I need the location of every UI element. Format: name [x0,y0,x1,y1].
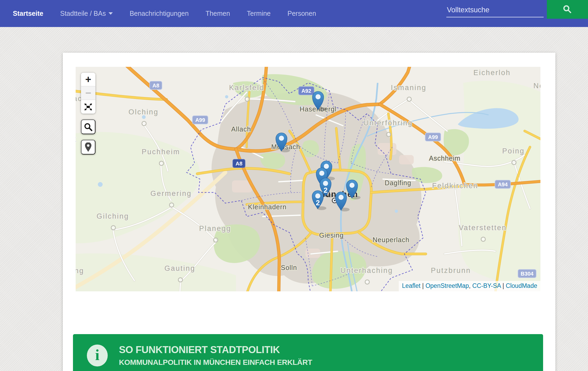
attribution-separator: | [501,282,506,289]
fullscreen-icon [84,103,92,111]
attribution-link[interactable]: CloudMade [506,282,537,289]
map-label: Gauting [164,264,195,272]
map-label: Fürstenfeldbruck [76,135,77,143]
road-shield: A8 [150,81,162,90]
nav-item-label: Startseite [13,10,43,17]
map-label: Weßling [76,267,84,275]
svg-text:A94: A94 [498,181,508,187]
map-label: Planegg [199,225,231,233]
zoom-in-button[interactable]: + [81,73,95,86]
road-shield: A94 [495,180,510,188]
map-attribution: Leaflet | OpenStreetMap, CC-BY-SA | Clou… [399,281,540,291]
map-pin-icon [84,142,92,152]
nav-item-stadtteile-bas[interactable]: Stadtteile / BAs [60,10,113,17]
search-input[interactable] [446,4,544,17]
svg-text:B304: B304 [521,271,534,277]
svg-text:A8: A8 [152,83,159,88]
road-shield: A99 [425,133,441,141]
road-shield: A92 [299,87,314,95]
content-card: KarlsfeldIsmaningEicherlohNeOlchingAllac… [63,53,555,371]
map-label: Aschheim [429,154,461,162]
attribution-link[interactable]: CC-BY-SA [472,282,501,289]
attribution-separator: , [469,282,472,289]
map-label: Poing [502,147,525,155]
map-label: Eicherloh [473,69,511,77]
map-label: Unterföhring [363,119,413,127]
map-label: Feldkirchen [432,182,478,190]
info-icon: i [87,345,108,366]
banner-title: SO FUNKTIONIERT STADTPOLITIK [119,344,312,356]
nav-item-label: Benachrichtigungen [130,10,189,17]
road-shield: A99 [192,116,208,124]
navbar: StartseiteStadtteile / BAsBenachrichtigu… [0,0,588,27]
nav-item-label: Themen [206,10,230,17]
zoom-control: + − [81,73,95,114]
map-label: Ne [533,82,540,90]
map-label: Unterhaching [341,266,393,275]
banner-text: SO FUNKTIONIERT STADTPOLITIK KOMMUNALPOL… [119,344,312,367]
attribution-separator: | [420,282,425,289]
nav-item-label: Stadtteile / BAs [60,10,106,17]
map-label: Germering [150,190,192,198]
zoom-out-button[interactable]: − [81,86,95,100]
map-label: Ismaning [391,84,427,92]
map-label: Neuperlach [373,236,409,244]
nav-item-termine[interactable]: Termine [247,10,271,17]
svg-text:A92: A92 [301,88,311,94]
chevron-down-icon [109,12,113,15]
road-shield: A8 [233,159,245,168]
map-label: Kleinhadern [248,203,287,211]
svg-text:A99: A99 [195,117,205,123]
attribution-link[interactable]: Leaflet [402,282,420,289]
nav-item-benachrichtigungen[interactable]: Benachrichtigungen [130,10,189,17]
search-icon [84,122,93,132]
nav-item-label: Termine [247,10,271,17]
marker-count: 2 [323,186,327,194]
search-icon [562,4,573,15]
nav-item-themen[interactable]: Themen [206,10,230,17]
map-label: Olching [129,108,159,116]
map-label: Karlsfeld [229,84,264,92]
svg-text:A99: A99 [428,134,438,140]
marker-count: 2 [316,199,320,207]
map-canvas: KarlsfeldIsmaningEicherlohNeOlchingAllac… [76,67,540,291]
fullscreen-button[interactable] [81,100,95,114]
map-label: Gilching [96,212,129,220]
info-banner[interactable]: i SO FUNKTIONIERT STADTPOLITIK KOMMUNALP… [73,334,543,371]
map-label: Vaterstetten [459,224,507,232]
map-label: Putzbrunn [431,266,471,275]
svg-text:A8: A8 [235,161,242,167]
map-label: Giesing [319,231,344,239]
map-search-button[interactable] [81,119,95,134]
nav-item-startseite[interactable]: Startseite [13,10,43,17]
map-label: Puchheim [142,148,180,156]
nav-item-label: Personen [288,10,316,17]
nav-item-personen[interactable]: Personen [288,10,316,17]
attribution-link[interactable]: OpenStreetMap [425,282,469,289]
map-label: Allach [231,125,251,133]
banner-subtitle: KOMMUNALPOLITIK IN MÜNCHEN EINFACH ERKLÄ… [119,358,312,367]
road-shield: B304 [518,269,536,278]
map-label: Solln [281,264,297,271]
map-locate-button[interactable] [81,140,95,154]
leaflet-map[interactable]: KarlsfeldIsmaningEicherlohNeOlchingAllac… [76,67,540,291]
search-button[interactable] [547,0,588,19]
page: { "nav": { "items": [ {"label": "Startse… [0,0,588,371]
map-label: Daglfing [385,179,411,187]
